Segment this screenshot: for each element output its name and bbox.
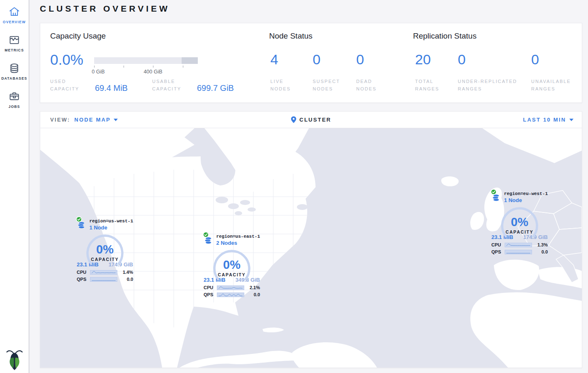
qps-value: 0.0 — [117, 277, 133, 282]
usable-capacity-label: USABLE CAPACITY — [152, 78, 195, 93]
view-selector-value: NODE MAP — [74, 117, 111, 123]
under-replicated-ranges-value: 0 — [458, 52, 466, 66]
cpu-value: 2.1% — [244, 285, 260, 290]
cpu-sparkline — [90, 270, 117, 275]
total-ranges-label: TOTAL RANGES — [415, 78, 452, 93]
time-range-value: LAST 10 MIN — [523, 117, 566, 123]
main-content: CLUSTER OVERVIEW Capacity Usage 0.0% 0 G… — [30, 0, 588, 373]
locality-marker-us-west-1: region=us-west-1 1 Node 0% CAPACITY 23.1… — [77, 219, 133, 282]
qps-sparkline — [90, 277, 117, 282]
under-replicated-ranges-label: UNDER-REPLICATED RANGES — [458, 78, 526, 93]
live-nodes-label: LIVE NODES — [270, 78, 304, 93]
view-selector-dropdown[interactable]: NODE MAP — [74, 117, 118, 123]
chevron-down-icon — [114, 119, 118, 121]
capacity-gauge: 0% CAPACITY — [212, 249, 251, 280]
capacity-bar-reserved-segment — [182, 57, 198, 64]
live-nodes-value: 4 — [270, 52, 278, 66]
sidebar-item-databases[interactable]: DATABASES — [0, 56, 29, 85]
region-label: region=us-west-1 — [89, 219, 133, 224]
locality-marker-us-east-1: region=us-east-1 2 Nodes 0% CAPACITY 23.… — [204, 234, 260, 297]
cpu-label: CPU — [491, 242, 505, 247]
qps-label: QPS — [204, 292, 217, 297]
used-capacity-value: 69.4 MiB — [95, 83, 128, 93]
capacity-gauge: 0% CAPACITY — [500, 206, 539, 238]
usable-capacity-value: 699.7 GiB — [197, 83, 234, 93]
suspect-nodes-label: SUSPECT NODES — [313, 78, 350, 93]
capacity-axis-tick-400: 400 GiB — [143, 69, 162, 75]
page-title: CLUSTER OVERVIEW — [40, 4, 170, 14]
chevron-down-icon — [569, 119, 573, 121]
qps-label: QPS — [77, 277, 90, 282]
jobs-icon — [9, 91, 20, 102]
sidebar-item-label: METRICS — [5, 48, 24, 52]
used-capacity-label: USED CAPACITY — [50, 78, 93, 93]
cpu-label: CPU — [204, 285, 217, 290]
replication-status-title: Replication Status — [413, 32, 476, 41]
total-ranges-value: 20 — [415, 52, 431, 66]
cpu-value: 1.4% — [117, 270, 133, 275]
capacity-label: CAPACITY — [212, 272, 251, 277]
cluster-summary-panel: Capacity Usage 0.0% 0 GiB 400 GiB USED C… — [40, 23, 582, 103]
healthy-check-icon — [491, 189, 497, 195]
capacity-usage-bar: 0 GiB 400 GiB — [94, 57, 198, 64]
unavailable-ranges-label: UNAVAILABLE RANGES — [531, 78, 583, 93]
home-icon — [9, 6, 20, 17]
used-capacity-stat: USED CAPACITY 69.4 MiB — [50, 78, 128, 93]
qps-sparkline — [217, 293, 244, 297]
capacity-gauge: 0% CAPACITY — [85, 234, 124, 265]
locality-marker-eu-west-1: region=eu-west-1 1 Node 0% CAPACITY 23.1… — [491, 191, 548, 254]
sidebar-item-label: OVERVIEW — [3, 20, 26, 24]
node-status-title: Node Status — [269, 32, 313, 41]
capacity-used-percent: 0.0% — [50, 52, 83, 67]
capacity-percent: 0% — [212, 258, 251, 272]
nodes-link[interactable]: 1 Node — [89, 224, 133, 231]
cluster-overview-page: OVERVIEW METRICS DATABASES — [0, 0, 588, 373]
nodes-link[interactable]: 1 Node — [504, 197, 548, 203]
breadcrumb-label: CLUSTER — [299, 117, 331, 123]
capacity-axis-tick-0: 0 GiB — [92, 69, 104, 75]
view-label: VIEW: — [50, 117, 70, 123]
suspect-nodes-value: 0 — [313, 52, 321, 66]
sidebar-item-label: JOBS — [9, 105, 20, 109]
qps-value: 0.0 — [244, 292, 260, 297]
region-label: region=us-east-1 — [216, 234, 260, 239]
sidebar-item-metrics[interactable]: METRICS — [0, 28, 29, 56]
healthy-check-icon — [76, 216, 82, 222]
capacity-percent: 0% — [500, 215, 539, 229]
cpu-sparkline — [505, 243, 532, 247]
usable-capacity-stat: USABLE CAPACITY 699.7 GiB — [152, 78, 234, 93]
unavailable-ranges-value: 0 — [531, 52, 539, 66]
cpu-value: 1.3% — [532, 242, 548, 247]
view-bar: VIEW: NODE MAP CLUSTER LAST 10 MIN — [40, 112, 582, 128]
breadcrumb-cluster[interactable]: CLUSTER — [291, 116, 331, 123]
capacity-percent: 0% — [85, 243, 124, 256]
cockroachdb-logo — [5, 349, 24, 371]
qps-label: QPS — [491, 249, 505, 254]
capacity-label: CAPACITY — [85, 257, 124, 262]
region-label: region=eu-west-1 — [504, 191, 548, 196]
healthy-check-icon — [203, 232, 209, 238]
cpu-sparkline — [217, 285, 244, 290]
dead-nodes-value: 0 — [356, 52, 364, 66]
databases-icon — [9, 63, 20, 74]
sidebar: OVERVIEW METRICS DATABASES — [0, 0, 29, 373]
time-range-dropdown[interactable]: LAST 10 MIN — [523, 117, 573, 123]
dead-nodes-label: DEAD NODES — [356, 78, 389, 93]
nodes-link[interactable]: 2 Nodes — [216, 240, 260, 246]
metrics-icon — [9, 34, 20, 46]
cpu-label: CPU — [77, 270, 90, 275]
sidebar-item-jobs[interactable]: JOBS — [0, 85, 29, 113]
sidebar-item-overview[interactable]: OVERVIEW — [0, 0, 29, 28]
qps-sparkline — [505, 250, 532, 254]
capacity-label: CAPACITY — [500, 229, 539, 234]
world-map: region=us-west-1 1 Node 0% CAPACITY 23.1… — [40, 128, 582, 368]
location-pin-icon — [291, 116, 296, 123]
sidebar-item-label: DATABASES — [1, 76, 27, 80]
capacity-usage-title: Capacity Usage — [50, 32, 106, 41]
qps-value: 0.0 — [532, 249, 548, 254]
node-map-panel: VIEW: NODE MAP CLUSTER LAST 10 MIN — [40, 111, 582, 368]
